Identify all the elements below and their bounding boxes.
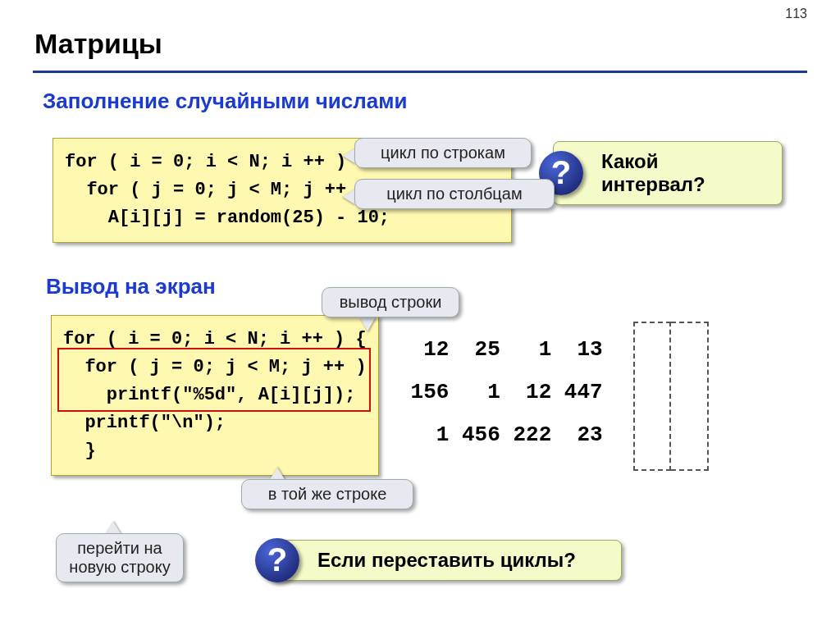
page-number: 113	[785, 7, 807, 21]
callout-same-line: в той же строке	[241, 479, 413, 509]
question-swap-loops: ? Если переставить циклы?	[269, 540, 622, 581]
slide-title: Матрицы	[34, 28, 162, 60]
title-rule	[33, 71, 807, 73]
question-interval-text: Какой интервал?	[601, 150, 705, 195]
question-interval: ? Какой интервал?	[553, 141, 783, 205]
callout-rows-loop: цикл по строкам	[354, 138, 532, 168]
callout-cols-loop: цикл по столбцам	[354, 179, 555, 209]
callout-row-output: вывод строки	[322, 287, 459, 317]
question-swap-text: Если переставить циклы?	[317, 549, 576, 571]
callout-newline: перейти на новую строку	[56, 533, 184, 582]
subtitle-output: Вывод на экран	[46, 274, 216, 299]
matrix-output: 12 25 1 13 156 1 12 447 1 456 222 23	[398, 328, 603, 456]
highlight-inner-loop	[57, 348, 371, 412]
question-mark-icon: ?	[255, 538, 299, 582]
dashed-column-highlight	[671, 322, 709, 471]
callout-tail	[359, 317, 376, 331]
subtitle-fill: Заполнение случайными числами	[43, 89, 407, 114]
dashed-column-highlight	[633, 322, 671, 471]
